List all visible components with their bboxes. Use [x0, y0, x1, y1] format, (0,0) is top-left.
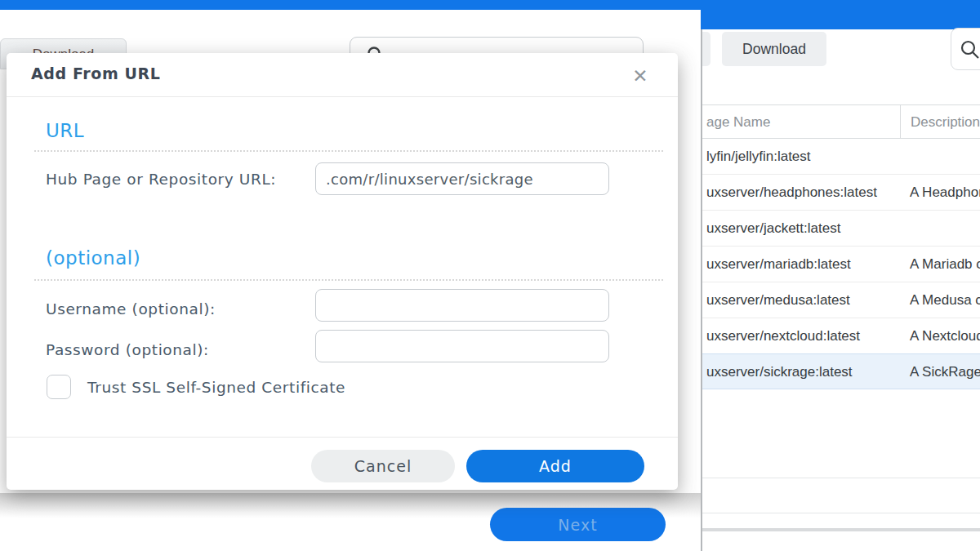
- close-icon[interactable]: ✕: [627, 63, 653, 89]
- panel-separator: [702, 513, 980, 513]
- package-name-cell: lyfin/jellyfin:latest: [706, 139, 811, 175]
- description-cell: A Nextcloud: [910, 318, 980, 354]
- package-name-cell: uxserver/mariadb:latest: [706, 247, 851, 282]
- package-name-cell: uxserver/medusa:latest: [706, 282, 850, 318]
- table-header: age Name Description: [702, 104, 980, 139]
- optional-section-heading: (optional): [46, 247, 140, 269]
- title-divider: [7, 96, 678, 97]
- next-button[interactable]: Next: [490, 508, 666, 541]
- column-header-package-name[interactable]: age Name: [706, 105, 770, 140]
- package-name-cell: uxserver/headphones:latest: [706, 175, 877, 211]
- table-row[interactable]: uxserver/jackett:latest: [702, 211, 980, 247]
- username-input[interactable]: [315, 289, 609, 322]
- left-titlebar: [0, 0, 701, 10]
- registry-download-button[interactable]: Download: [722, 32, 826, 66]
- registry-panel: Download age Name Description lyfin/jell…: [701, 0, 980, 551]
- add-from-url-dialog: Add From URL ✕ URL Hub Page or Repositor…: [7, 53, 678, 490]
- dialog-title: Add From URL: [31, 64, 161, 82]
- panel-bottom-edge: [702, 528, 980, 531]
- table-row[interactable]: uxserver/medusa:latest A Medusa co: [702, 282, 980, 318]
- table-row[interactable]: uxserver/nextcloud:latest A Nextcloud: [702, 318, 980, 354]
- table-row[interactable]: uxserver/sickrage:latest A SickRage c: [702, 353, 980, 389]
- password-label: Password (optional):: [46, 337, 299, 362]
- footer-divider: [7, 437, 678, 438]
- trust-ssl-label: Trust SSL Self-Signed Certificate: [87, 379, 345, 396]
- cancel-button[interactable]: Cancel: [311, 450, 455, 482]
- url-section-heading: URL: [46, 120, 84, 141]
- package-name-cell: uxserver/nextcloud:latest: [706, 318, 860, 354]
- search-icon: [960, 39, 980, 60]
- registry-search-box[interactable]: [951, 28, 980, 70]
- username-label: Username (optional):: [46, 296, 299, 322]
- panel-separator: [702, 478, 980, 478]
- description-cell: A Mariadb co: [910, 247, 980, 282]
- description-cell: A SickRage c: [910, 354, 980, 389]
- package-name-cell: uxserver/sickrage:latest: [706, 354, 853, 389]
- table-row[interactable]: uxserver/mariadb:latest A Mariadb co: [702, 247, 980, 282]
- trust-ssl-checkbox[interactable]: [47, 375, 71, 399]
- password-input[interactable]: [315, 330, 609, 362]
- package-name-cell: uxserver/jackett:latest: [706, 211, 840, 247]
- right-titlebar: [701, 0, 980, 29]
- optional-section-divider: [34, 279, 663, 281]
- screen: Download Next Add From URL ✕ URL Hub Pag…: [0, 0, 980, 551]
- add-button[interactable]: Add: [466, 450, 644, 482]
- repository-url-label: Hub Page or Repository URL:: [46, 167, 299, 192]
- url-section-divider: [34, 150, 663, 152]
- description-cell: A Headphone: [910, 175, 980, 211]
- description-cell: A Medusa co: [910, 282, 980, 318]
- table-row[interactable]: uxserver/headphones:latest A Headphone: [702, 175, 980, 211]
- table-row[interactable]: lyfin/jellyfin:latest: [702, 139, 980, 175]
- registry-table-body: lyfin/jellyfin:latest uxserver/headphone…: [702, 139, 980, 389]
- clipped-button-sliver: [702, 32, 710, 66]
- repository-url-input[interactable]: [315, 162, 609, 195]
- column-header-description[interactable]: Description: [900, 105, 980, 140]
